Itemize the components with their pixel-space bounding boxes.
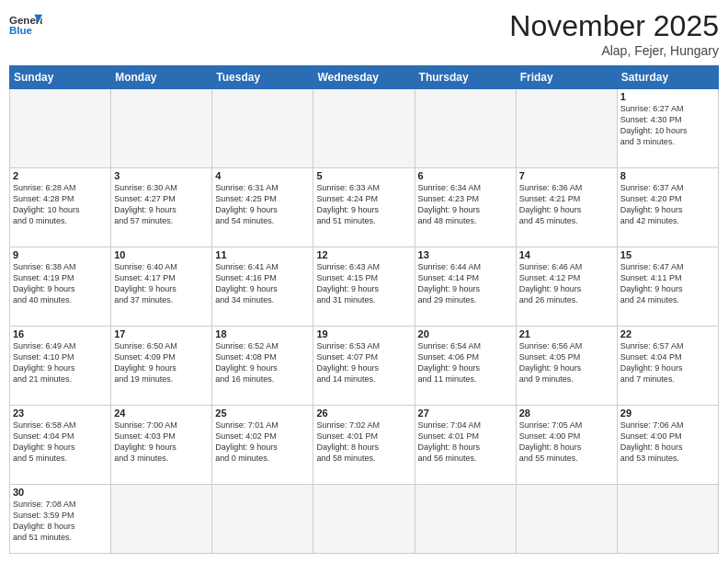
day-info: Sunrise: 7:02 AMSunset: 4:01 PMDaylight:… [316,419,411,465]
day-info: Sunrise: 6:31 AMSunset: 4:25 PMDaylight:… [215,182,310,227]
day-info: Sunrise: 6:50 AMSunset: 4:09 PMDaylight:… [114,340,209,385]
day-number: 28 [519,408,614,419]
day-number: 2 [13,170,108,181]
day-info: Sunrise: 6:27 AMSunset: 4:30 PMDaylight:… [620,103,715,148]
calendar-cell [313,484,415,553]
calendar-cell [212,89,313,168]
day-info: Sunrise: 6:49 AMSunset: 4:10 PMDaylight:… [13,340,108,385]
calendar-cell: 16Sunrise: 6:49 AMSunset: 4:10 PMDayligh… [10,326,111,405]
calendar-cell: 13Sunrise: 6:44 AMSunset: 4:14 PMDayligh… [415,247,516,326]
day-number: 27 [418,408,513,419]
weekday-header-wednesday: Wednesday [313,66,415,89]
day-number: 15 [620,249,715,260]
calendar: SundayMondayTuesdayWednesdayThursdayFrid… [9,65,719,554]
day-number: 6 [418,170,513,181]
day-info: Sunrise: 6:30 AMSunset: 4:27 PMDaylight:… [114,182,209,227]
day-info: Sunrise: 6:53 AMSunset: 4:07 PMDaylight:… [316,340,411,385]
day-info: Sunrise: 6:54 AMSunset: 4:06 PMDaylight:… [418,340,513,385]
logo-icon: General Blue [9,9,42,42]
week-row-4: 23Sunrise: 6:58 AMSunset: 4:04 PMDayligh… [10,405,719,484]
day-number: 18 [215,328,310,339]
day-number: 24 [114,408,209,419]
calendar-cell [617,484,718,553]
day-number: 23 [13,408,108,419]
weekday-header-saturday: Saturday [617,66,718,89]
calendar-cell [111,484,212,553]
calendar-cell: 19Sunrise: 6:53 AMSunset: 4:07 PMDayligh… [313,326,415,405]
day-info: Sunrise: 7:08 AMSunset: 3:59 PMDaylight:… [13,499,108,544]
calendar-cell: 14Sunrise: 6:46 AMSunset: 4:12 PMDayligh… [516,247,617,326]
day-info: Sunrise: 6:37 AMSunset: 4:20 PMDaylight:… [620,182,715,227]
calendar-cell: 21Sunrise: 6:56 AMSunset: 4:05 PMDayligh… [516,326,617,405]
day-info: Sunrise: 6:41 AMSunset: 4:16 PMDaylight:… [215,261,310,306]
calendar-cell: 18Sunrise: 6:52 AMSunset: 4:08 PMDayligh… [212,326,313,405]
day-info: Sunrise: 6:47 AMSunset: 4:11 PMDaylight:… [620,261,715,306]
calendar-cell: 2Sunrise: 6:28 AMSunset: 4:28 PMDaylight… [10,167,111,247]
calendar-cell: 26Sunrise: 7:02 AMSunset: 4:01 PMDayligh… [313,405,415,484]
calendar-cell: 24Sunrise: 7:00 AMSunset: 4:03 PMDayligh… [111,405,212,484]
calendar-cell [212,484,313,553]
day-number: 5 [316,170,411,181]
calendar-cell [313,89,415,168]
weekday-header-thursday: Thursday [415,66,516,89]
day-info: Sunrise: 6:33 AMSunset: 4:24 PMDaylight:… [316,182,411,227]
day-number: 19 [316,328,411,339]
calendar-cell [415,89,516,168]
week-row-1: 2Sunrise: 6:28 AMSunset: 4:28 PMDaylight… [10,167,719,247]
day-info: Sunrise: 7:01 AMSunset: 4:02 PMDaylight:… [215,419,310,465]
calendar-cell: 9Sunrise: 6:38 AMSunset: 4:19 PMDaylight… [10,247,111,326]
header: General Blue November 2025 Alap, Fejer, … [9,9,719,58]
title-area: November 2025 Alap, Fejer, Hungary [509,9,719,58]
logo: General Blue [9,9,42,42]
day-number: 26 [316,408,411,419]
day-info: Sunrise: 6:56 AMSunset: 4:05 PMDaylight:… [519,340,614,385]
calendar-cell: 29Sunrise: 7:06 AMSunset: 4:00 PMDayligh… [617,405,718,484]
day-number: 9 [13,249,108,260]
day-info: Sunrise: 6:36 AMSunset: 4:21 PMDaylight:… [519,182,614,227]
svg-text:Blue: Blue [9,25,33,36]
calendar-cell: 5Sunrise: 6:33 AMSunset: 4:24 PMDaylight… [313,167,415,247]
day-number: 13 [418,249,513,260]
calendar-cell: 23Sunrise: 6:58 AMSunset: 4:04 PMDayligh… [10,405,111,484]
page: General Blue November 2025 Alap, Fejer, … [0,0,728,563]
day-number: 16 [13,328,108,339]
calendar-cell: 8Sunrise: 6:37 AMSunset: 4:20 PMDaylight… [617,167,718,247]
day-info: Sunrise: 6:52 AMSunset: 4:08 PMDaylight:… [215,340,310,385]
calendar-cell [516,89,617,168]
month-title: November 2025 [509,9,719,43]
weekday-header-monday: Monday [111,66,212,89]
day-info: Sunrise: 6:38 AMSunset: 4:19 PMDaylight:… [13,261,108,306]
day-number: 1 [620,91,715,102]
day-info: Sunrise: 6:43 AMSunset: 4:15 PMDaylight:… [316,261,411,306]
day-number: 10 [114,249,209,260]
day-info: Sunrise: 6:28 AMSunset: 4:28 PMDaylight:… [13,182,108,227]
calendar-cell: 17Sunrise: 6:50 AMSunset: 4:09 PMDayligh… [111,326,212,405]
week-row-2: 9Sunrise: 6:38 AMSunset: 4:19 PMDaylight… [10,247,719,326]
calendar-cell: 27Sunrise: 7:04 AMSunset: 4:01 PMDayligh… [415,405,516,484]
calendar-cell [516,484,617,553]
calendar-body: 1Sunrise: 6:27 AMSunset: 4:30 PMDaylight… [10,89,719,554]
day-info: Sunrise: 6:46 AMSunset: 4:12 PMDaylight:… [519,261,614,306]
calendar-cell: 1Sunrise: 6:27 AMSunset: 4:30 PMDaylight… [617,89,718,168]
day-number: 11 [215,249,310,260]
day-number: 3 [114,170,209,181]
calendar-cell: 22Sunrise: 6:57 AMSunset: 4:04 PMDayligh… [617,326,718,405]
calendar-cell: 25Sunrise: 7:01 AMSunset: 4:02 PMDayligh… [212,405,313,484]
calendar-cell [10,89,111,168]
calendar-cell: 7Sunrise: 6:36 AMSunset: 4:21 PMDaylight… [516,167,617,247]
weekday-header-sunday: Sunday [10,66,111,89]
calendar-cell: 3Sunrise: 6:30 AMSunset: 4:27 PMDaylight… [111,167,212,247]
day-info: Sunrise: 7:04 AMSunset: 4:01 PMDaylight:… [418,419,513,465]
week-row-0: 1Sunrise: 6:27 AMSunset: 4:30 PMDaylight… [10,89,719,168]
location: Alap, Fejer, Hungary [509,43,719,58]
calendar-cell: 10Sunrise: 6:40 AMSunset: 4:17 PMDayligh… [111,247,212,326]
weekday-header-tuesday: Tuesday [212,66,313,89]
day-info: Sunrise: 7:00 AMSunset: 4:03 PMDaylight:… [114,419,209,465]
week-row-5: 30Sunrise: 7:08 AMSunset: 3:59 PMDayligh… [10,484,719,553]
day-number: 14 [519,249,614,260]
day-number: 8 [620,170,715,181]
calendar-cell: 20Sunrise: 6:54 AMSunset: 4:06 PMDayligh… [415,326,516,405]
calendar-cell: 30Sunrise: 7:08 AMSunset: 3:59 PMDayligh… [10,484,111,553]
day-number: 12 [316,249,411,260]
day-number: 4 [215,170,310,181]
